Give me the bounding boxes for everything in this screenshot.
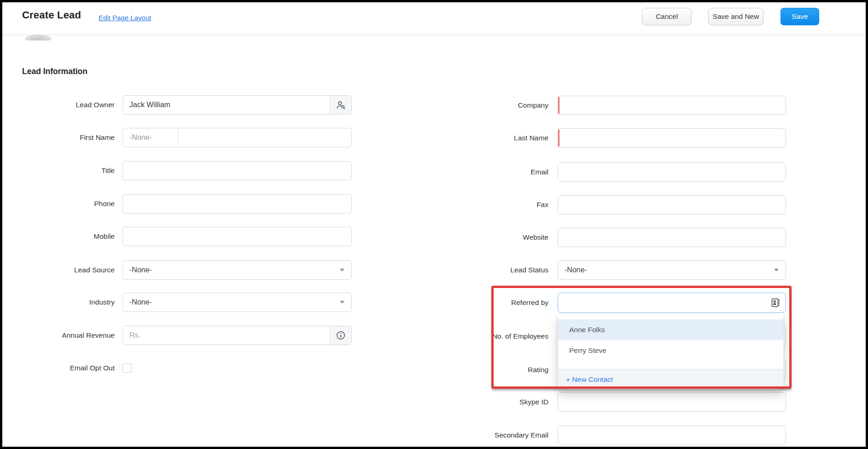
field-row-first-name: First Name -None- bbox=[21, 128, 352, 147]
app-window: Create Lead Edit Page Layout Cancel Save… bbox=[0, 0, 868, 449]
field-row-referred-by: Referred by bbox=[444, 293, 786, 312]
user-search-icon bbox=[336, 100, 346, 110]
email-opt-out-checkbox[interactable] bbox=[122, 363, 132, 373]
field-row-company: Company bbox=[444, 96, 786, 115]
email-field[interactable] bbox=[558, 162, 786, 182]
field-row-fax: Fax bbox=[444, 195, 786, 214]
cancel-button[interactable]: Cancel bbox=[642, 8, 692, 25]
lead-status-label: Lead Status bbox=[444, 266, 548, 274]
no-of-employees-label: No. of Employees bbox=[444, 332, 548, 340]
field-row-last-name: Last Name bbox=[444, 128, 786, 148]
industry-value: -None- bbox=[129, 298, 152, 306]
website-field[interactable] bbox=[558, 228, 786, 247]
email-opt-out-label: Email Opt Out bbox=[21, 364, 115, 372]
field-row-title: Title bbox=[21, 161, 352, 180]
chevron-down-icon bbox=[774, 269, 779, 271]
lead-status-select[interactable]: -None- bbox=[558, 260, 786, 280]
title-field[interactable] bbox=[122, 161, 352, 180]
email-input[interactable] bbox=[558, 163, 786, 181]
lead-owner-label: Lead Owner bbox=[21, 101, 115, 109]
website-input[interactable] bbox=[558, 228, 786, 247]
page-title: Create Lead bbox=[22, 9, 81, 21]
first-name-label: First Name bbox=[21, 133, 115, 142]
annual-revenue-info-segment[interactable] bbox=[330, 326, 351, 345]
rating-label: Rating bbox=[444, 366, 548, 374]
header-bar: Create Lead Edit Page Layout Cancel Save… bbox=[2, 2, 866, 35]
annual-revenue-label: Annual Revenue bbox=[21, 331, 115, 340]
fax-label: Fax bbox=[444, 201, 548, 209]
info-icon bbox=[336, 330, 346, 340]
title-label: Title bbox=[21, 167, 115, 175]
field-row-skype-id: Skype ID bbox=[444, 392, 786, 412]
fax-input[interactable] bbox=[558, 196, 786, 214]
industry-label: Industry bbox=[21, 298, 115, 306]
lead-source-label: Lead Source bbox=[21, 266, 115, 274]
company-input[interactable] bbox=[558, 96, 786, 115]
field-row-lead-status: Lead Status -None- bbox=[444, 260, 786, 280]
dropdown-option-anne-folks[interactable]: Anne Folks bbox=[558, 319, 783, 340]
secondary-email-input[interactable] bbox=[558, 426, 786, 444]
contact-card-icon bbox=[770, 297, 781, 308]
annual-revenue-input[interactable] bbox=[123, 326, 351, 345]
field-row-phone: Phone bbox=[21, 194, 352, 213]
referred-by-dropdown: Anne Folks Perry Steve + New Contact bbox=[558, 315, 784, 390]
skype-id-field[interactable] bbox=[558, 392, 786, 412]
skype-id-label: Skype ID bbox=[444, 398, 548, 406]
dropdown-option-perry-steve[interactable]: Perry Steve bbox=[558, 340, 783, 361]
mobile-input[interactable] bbox=[123, 227, 351, 246]
field-row-annual-revenue: Annual Revenue bbox=[21, 326, 352, 345]
secondary-email-field[interactable] bbox=[558, 426, 786, 445]
lead-owner-input[interactable] bbox=[123, 96, 351, 114]
secondary-email-label: Secondary Email bbox=[444, 431, 548, 439]
phone-field[interactable] bbox=[122, 194, 352, 213]
fax-field[interactable] bbox=[558, 195, 786, 214]
field-row-email-opt-out: Email Opt Out bbox=[21, 358, 132, 378]
field-row-lead-owner: Lead Owner bbox=[21, 95, 352, 115]
referred-by-field[interactable] bbox=[558, 293, 786, 313]
industry-select[interactable]: -None- bbox=[122, 293, 352, 312]
title-input[interactable] bbox=[123, 161, 351, 180]
contact-lookup-button[interactable] bbox=[770, 297, 781, 308]
company-field[interactable] bbox=[558, 96, 786, 115]
chevron-down-icon bbox=[340, 269, 344, 271]
field-row-industry: Industry -None- bbox=[21, 293, 352, 312]
annual-revenue-field[interactable] bbox=[122, 326, 352, 345]
section-title: Lead Information bbox=[22, 67, 87, 76]
save-button[interactable]: Save bbox=[781, 8, 819, 25]
email-label: Email bbox=[444, 168, 548, 176]
lead-source-value: -None- bbox=[129, 266, 152, 274]
edit-page-layout-link[interactable]: Edit Page Layout bbox=[99, 14, 151, 22]
last-name-input[interactable] bbox=[558, 129, 786, 147]
mobile-field[interactable] bbox=[122, 227, 352, 246]
new-contact-button[interactable]: + New Contact bbox=[558, 369, 783, 390]
field-row-mobile: Mobile bbox=[21, 227, 352, 246]
first-name-input[interactable] bbox=[123, 128, 351, 147]
lead-status-value: -None- bbox=[565, 266, 587, 274]
last-name-field[interactable] bbox=[558, 128, 786, 148]
field-row-lead-source: Lead Source -None- bbox=[21, 260, 352, 280]
dropdown-spacer bbox=[558, 361, 783, 369]
chevron-down-icon bbox=[340, 301, 344, 304]
lead-owner-lookup-button[interactable] bbox=[330, 96, 351, 114]
lead-source-select[interactable]: -None- bbox=[122, 260, 352, 280]
phone-label: Phone bbox=[21, 200, 115, 208]
website-label: Website bbox=[444, 233, 548, 242]
referred-by-label: Referred by bbox=[444, 299, 548, 307]
phone-input[interactable] bbox=[123, 195, 351, 213]
first-name-field[interactable]: -None- bbox=[122, 128, 352, 147]
company-label: Company bbox=[444, 101, 548, 109]
field-row-secondary-email: Secondary Email bbox=[444, 426, 786, 445]
skype-id-input[interactable] bbox=[558, 393, 786, 411]
field-row-website: Website bbox=[444, 228, 786, 247]
last-name-label: Last Name bbox=[444, 134, 548, 142]
referred-by-input[interactable] bbox=[558, 293, 786, 312]
save-and-new-button[interactable]: Save and New bbox=[708, 8, 763, 25]
record-avatar bbox=[25, 35, 52, 40]
mobile-label: Mobile bbox=[21, 232, 115, 241]
field-row-email: Email bbox=[444, 162, 786, 182]
lead-owner-field[interactable] bbox=[122, 95, 352, 115]
